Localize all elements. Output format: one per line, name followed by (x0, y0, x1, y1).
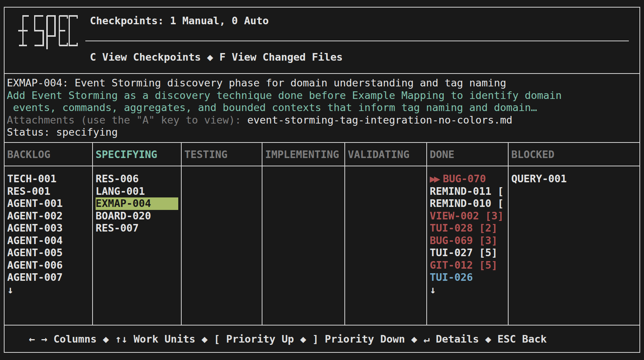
shortcut-view-checkpoints[interactable]: C View Checkpoints (90, 51, 201, 63)
work-unit-id: TUI-028 [2] (430, 222, 498, 234)
diamond-separator-icon: ◆ (97, 333, 115, 345)
footer-shortcuts: ← → Columns ◆ ↑↓ Work Units ◆ [ Priority… (5, 325, 639, 352)
work-unit-id: TUI-027 [5] (430, 247, 498, 258)
work-unit-card-tui-028-2[interactable]: TUI-028 [2] (430, 222, 505, 235)
work-unit-id: VIEW-002 [3] (430, 210, 504, 222)
work-unit-details-panel: EXMAP-004: Event Storming discovery phas… (5, 74, 639, 142)
work-unit-id: AGENT-004 (7, 235, 63, 246)
fspec-tui-window: Checkpoints: 1 Manual, 0 Auto C View Che… (0, 0, 644, 360)
column-blocked: QUERY-001 (509, 166, 639, 325)
column-testing (182, 166, 262, 325)
work-unit-id: BUG-069 [3] (430, 235, 498, 246)
column-header-done: DONE (427, 143, 509, 166)
work-unit-id: RES-001 (7, 185, 50, 197)
header-divider (85, 41, 629, 41)
work-unit-card-bug-070[interactable]: ▶▶BUG-070 (430, 173, 505, 185)
shortcut-priority-down[interactable]: ] Priority Down (313, 333, 405, 345)
work-unit-card-res-006[interactable]: RES-006 (96, 173, 178, 185)
scroll-down-indicator: ↓ (430, 284, 505, 296)
work-unit-id: LANG-001 (96, 185, 145, 197)
board-header-row: BACKLOGSPECIFYINGTESTINGIMPLEMENTINGVALI… (5, 142, 639, 166)
work-unit-card-exmap-004[interactable]: EXMAP-004 (96, 197, 178, 210)
work-unit-id: BOARD-020 (96, 210, 151, 222)
column-header-blocked: BLOCKED (509, 143, 639, 166)
app-frame: Checkpoints: 1 Manual, 0 Auto C View Che… (4, 7, 640, 353)
work-unit-card-agent-001[interactable]: AGENT-001 (7, 197, 90, 210)
work-unit-description-line-2: events, commands, aggregates, and bounde… (7, 102, 636, 114)
work-unit-id: AGENT-007 (7, 271, 63, 283)
shortcut-columns[interactable]: ← → Columns (29, 333, 97, 345)
diamond-separator-icon: ◆ (479, 333, 498, 345)
fspec-logo-glyphs (14, 13, 79, 50)
work-unit-description-line-1: Add Event Storming as a discovery techni… (7, 89, 636, 102)
work-unit-id: RES-007 (96, 222, 139, 234)
work-unit-id: AGENT-006 (7, 259, 63, 271)
column-header-backlog: BACKLOG (5, 143, 93, 166)
diamond-separator-icon: ◆ (405, 333, 424, 345)
work-unit-title: EXMAP-004: Event Storming discovery phas… (7, 77, 636, 89)
work-unit-attachments: Attachments (use the "A" key to view): e… (7, 114, 636, 127)
work-unit-id: AGENT-002 (7, 210, 63, 222)
diamond-separator-icon: ◆ (294, 333, 313, 345)
header-shortcuts: C View Checkpoints ◆ F View Changed File… (85, 51, 639, 63)
shortcut-view-changed-files[interactable]: F View Changed Files (219, 51, 342, 63)
work-unit-id: TUI-026 (430, 271, 473, 283)
column-header-specifying: SPECIFYING (93, 143, 182, 166)
column-implementing (262, 166, 345, 325)
work-unit-id: REMIND-011 [ (430, 185, 504, 197)
work-unit-id: AGENT-003 (7, 222, 63, 234)
work-unit-card-view-002-3[interactable]: VIEW-002 [3] (430, 210, 505, 222)
work-unit-card-agent-005[interactable]: AGENT-005 (7, 247, 90, 259)
column-header-validating: VALIDATING (345, 143, 427, 166)
work-unit-card-agent-003[interactable]: AGENT-003 (7, 222, 90, 235)
work-unit-id: EXMAP-004 (96, 197, 151, 209)
work-unit-id: RES-006 (96, 173, 139, 185)
down-arrow-icon: ↓ (7, 284, 13, 296)
header: Checkpoints: 1 Manual, 0 Auto C View Che… (5, 8, 639, 74)
work-unit-id: BUG-070 (443, 173, 486, 185)
scroll-down-indicator: ↓ (7, 284, 90, 296)
shortcut-work-units[interactable]: ↑↓ Work Units (115, 333, 195, 345)
work-unit-card-agent-002[interactable]: AGENT-002 (7, 210, 90, 222)
work-unit-card-agent-007[interactable]: AGENT-007 (7, 271, 90, 284)
work-unit-id: AGENT-001 (7, 197, 63, 209)
column-header-testing: TESTING (182, 143, 262, 166)
work-unit-id: REMIND-010 [ (430, 197, 504, 209)
checkpoints-summary: Checkpoints: 1 Manual, 0 Auto (85, 15, 639, 27)
work-unit-card-board-020[interactable]: BOARD-020 (96, 210, 178, 222)
shortcut-priority-up[interactable]: [ Priority Up (214, 333, 294, 345)
board-columns: TECH-001RES-001AGENT-001AGENT-002AGENT-0… (5, 166, 639, 325)
work-unit-id: AGENT-005 (7, 247, 63, 258)
shortcut-back[interactable]: ESC Back (498, 333, 547, 345)
work-unit-card-query-001[interactable]: QUERY-001 (511, 173, 637, 185)
column-header-implementing: IMPLEMENTING (262, 143, 345, 166)
work-unit-card-tech-001[interactable]: TECH-001 (7, 173, 90, 185)
header-right: Checkpoints: 1 Manual, 0 Auto C View Che… (85, 8, 639, 73)
work-unit-card-bug-069-3[interactable]: BUG-069 [3] (430, 235, 505, 247)
work-unit-card-agent-004[interactable]: AGENT-004 (7, 235, 90, 247)
work-unit-card-agent-006[interactable]: AGENT-006 (7, 259, 90, 272)
diamond-separator-icon: ◆ (195, 333, 214, 345)
column-backlog: TECH-001RES-001AGENT-001AGENT-002AGENT-0… (5, 166, 93, 325)
attachments-label: Attachments (use the "A" key to view): (7, 114, 247, 126)
work-unit-card-res-007[interactable]: RES-007 (96, 222, 178, 235)
attachments-filename: event-storming-tag-integration-no-colors… (247, 114, 512, 126)
column-specifying: RES-006LANG-001EXMAP-004BOARD-020RES-007 (93, 166, 182, 325)
work-unit-card-git-012-5[interactable]: GIT-012 [5] (430, 259, 505, 272)
work-unit-id: TECH-001 (7, 173, 57, 185)
down-arrow-icon: ↓ (430, 284, 436, 296)
work-unit-status: Status: specifying (7, 126, 636, 139)
work-unit-card-res-001[interactable]: RES-001 (7, 185, 90, 198)
column-validating (345, 166, 427, 325)
work-unit-card-remind-010[interactable]: REMIND-010 [ (430, 197, 505, 210)
work-unit-id: GIT-012 [5] (430, 259, 498, 271)
work-unit-card-remind-011[interactable]: REMIND-011 [ (430, 185, 505, 198)
shortcut-details[interactable]: ↵ Details (423, 333, 479, 345)
fast-forward-icon: ▶▶ (430, 173, 438, 185)
work-unit-card-lang-001[interactable]: LANG-001 (96, 185, 178, 198)
work-unit-card-tui-027-5[interactable]: TUI-027 [5] (430, 247, 505, 259)
work-unit-id: QUERY-001 (511, 173, 567, 185)
fspec-logo (14, 13, 79, 73)
work-unit-card-tui-026[interactable]: TUI-026 (430, 271, 505, 284)
column-done: ▶▶BUG-070REMIND-011 [REMIND-010 [VIEW-00… (427, 166, 509, 325)
